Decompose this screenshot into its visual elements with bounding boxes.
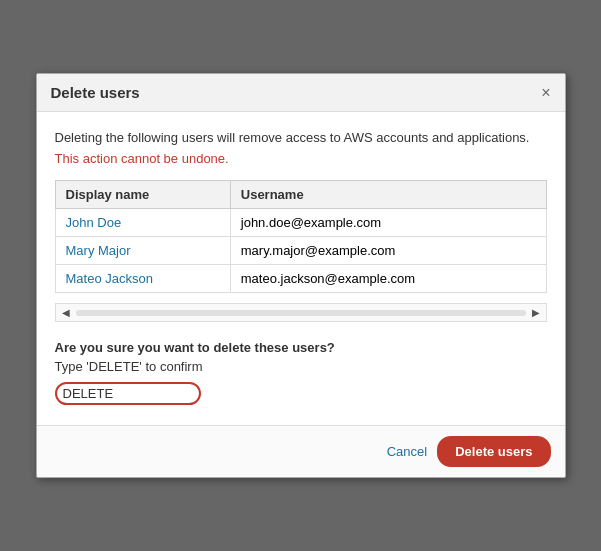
modal-footer: Cancel Delete users (37, 425, 565, 477)
scroll-left-arrow[interactable]: ◀ (60, 307, 72, 318)
warning-text: Deleting the following users will remove… (55, 130, 547, 145)
col-username: Username (230, 181, 546, 209)
user-display-link[interactable]: Mary Major (66, 243, 131, 258)
scroll-right-arrow[interactable]: ▶ (530, 307, 542, 318)
users-table: Display name Username John Doejohn.doe@e… (55, 180, 547, 293)
modal-title: Delete users (51, 84, 140, 101)
modal-header: Delete users × (37, 74, 565, 112)
undone-text: This action cannot be undone. (55, 151, 547, 166)
col-display-name: Display name (55, 181, 230, 209)
modal-overlay: Delete users × Deleting the following us… (0, 0, 601, 551)
table-row: John Doejohn.doe@example.com (55, 209, 546, 237)
delete-confirm-input[interactable] (63, 386, 193, 401)
close-button[interactable]: × (541, 85, 550, 101)
horizontal-scrollbar[interactable]: ◀ ▶ (55, 303, 547, 322)
user-display-name: John Doe (55, 209, 230, 237)
delete-input-wrapper (55, 382, 201, 405)
delete-users-button[interactable]: Delete users (437, 436, 550, 467)
user-display-link[interactable]: John Doe (66, 215, 122, 230)
delete-users-modal: Delete users × Deleting the following us… (36, 73, 566, 478)
scroll-track (76, 310, 526, 316)
cancel-button[interactable]: Cancel (387, 444, 427, 459)
confirm-instruction: Type 'DELETE' to confirm (55, 359, 547, 374)
confirm-section: Are you sure you want to delete these us… (55, 336, 547, 415)
table-row: Mateo Jacksonmateo.jackson@example.com (55, 265, 546, 293)
user-display-name: Mateo Jackson (55, 265, 230, 293)
user-display-link[interactable]: Mateo Jackson (66, 271, 153, 286)
user-username: mary.major@example.com (230, 237, 546, 265)
modal-body: Deleting the following users will remove… (37, 112, 565, 425)
user-username: john.doe@example.com (230, 209, 546, 237)
table-row: Mary Majormary.major@example.com (55, 237, 546, 265)
confirm-question: Are you sure you want to delete these us… (55, 340, 547, 355)
user-display-name: Mary Major (55, 237, 230, 265)
user-username: mateo.jackson@example.com (230, 265, 546, 293)
